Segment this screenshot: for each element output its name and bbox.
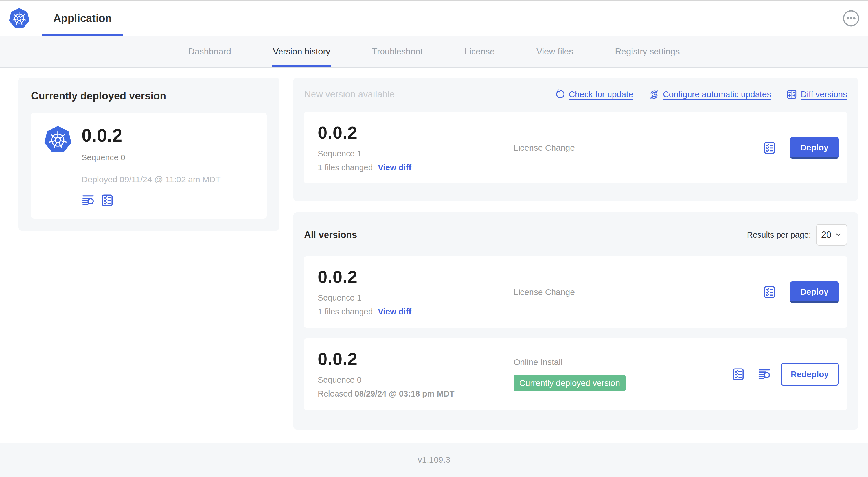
kubernetes-logo-icon (9, 8, 29, 29)
view-diff-link[interactable]: View diff (378, 307, 411, 317)
version-row: 0.0.2 Sequence 0 Released 08/29/24 @ 03:… (304, 338, 847, 410)
view-diff-link[interactable]: View diff (378, 163, 411, 172)
tab-troubleshoot[interactable]: Troubleshoot (372, 36, 423, 67)
version-sequence: Sequence 0 (318, 376, 514, 385)
main-content: Currently deployed version 0.0.2 Sequenc… (0, 68, 868, 443)
released-timestamp: Released 08/29/24 @ 03:18 pm MDT (318, 389, 514, 398)
all-versions-panel: All versions Results per page: 20 0.0.2 … (293, 212, 858, 429)
logs-icon (758, 368, 771, 381)
version-number: 0.0.2 (318, 123, 514, 142)
page-footer: v1.109.3 (0, 443, 868, 477)
tab-view-files[interactable]: View files (536, 36, 573, 67)
version-row: 0.0.2 Sequence 1 1 files changed View di… (304, 256, 847, 328)
deployed-version-card: 0.0.2 Sequence 0 Deployed 09/11/24 @ 11:… (31, 113, 267, 219)
new-version-row: 0.0.2 Sequence 1 1 files changed View di… (304, 112, 847, 183)
chevron-down-icon (835, 231, 842, 239)
tab-version-history[interactable]: Version history (273, 36, 330, 67)
new-version-title: New version available (304, 89, 395, 100)
kubernetes-logo-icon (44, 126, 71, 153)
diff-versions-label: Diff versions (801, 89, 847, 99)
checklist-icon (732, 368, 745, 381)
diff-versions-link[interactable]: Diff versions (787, 89, 847, 99)
view-logs-button[interactable] (82, 194, 95, 207)
view-logs-button[interactable] (758, 368, 771, 381)
results-per-page-value: 20 (821, 230, 832, 240)
configure-automatic-updates-link[interactable]: Configure automatic updates (649, 89, 771, 99)
deployed-timestamp: Deployed 09/11/24 @ 11:02 am MDT (82, 175, 221, 184)
deploy-button[interactable]: Deploy (790, 281, 839, 303)
tab-license[interactable]: License (464, 36, 495, 67)
preflight-checks-button[interactable] (763, 286, 776, 299)
checklist-icon (101, 194, 114, 207)
version-sequence: Sequence 1 (318, 149, 514, 158)
tab-registry-settings[interactable]: Registry settings (615, 36, 680, 67)
logs-icon (82, 194, 95, 207)
checklist-icon (763, 141, 776, 154)
app-tab[interactable]: Application (42, 1, 123, 36)
results-per-page-select[interactable]: 20 (816, 224, 847, 245)
checklist-icon (763, 286, 776, 299)
version-number: 0.0.2 (318, 350, 514, 368)
currently-deployed-panel: Currently deployed version 0.0.2 Sequenc… (18, 78, 279, 231)
version-source: License Change (514, 143, 763, 153)
refresh-icon (555, 89, 565, 99)
redeploy-button[interactable]: Redeploy (781, 363, 839, 386)
version-source: License Change (514, 287, 763, 297)
console-version: v1.109.3 (417, 455, 450, 465)
currently-deployed-title: Currently deployed version (31, 90, 267, 102)
currently-deployed-badge: Currently deployed version (514, 375, 626, 391)
preflight-checks-button[interactable] (101, 194, 114, 207)
configure-automatic-updates-label: Configure automatic updates (663, 89, 771, 99)
preflight-checks-button[interactable] (732, 368, 745, 381)
check-for-update-label: Check for update (568, 89, 633, 99)
diff-icon (787, 89, 797, 99)
deploy-button[interactable]: Deploy (790, 137, 839, 159)
tab-dashboard[interactable]: Dashboard (188, 36, 231, 67)
version-number: 0.0.2 (318, 268, 514, 286)
right-column: New version available Check for update C… (293, 78, 858, 429)
schedule-icon (649, 89, 659, 99)
deployed-version-number: 0.0.2 (82, 126, 221, 145)
overflow-menu-button[interactable] (843, 10, 860, 27)
all-versions-title: All versions (304, 230, 357, 240)
version-sequence: Sequence 1 (318, 293, 514, 303)
files-changed-label: 1 files changed (318, 307, 373, 317)
preflight-checks-button[interactable] (763, 141, 776, 154)
nav-tab-bar: Dashboard Version history Troubleshoot L… (0, 36, 868, 68)
app-title: Application (53, 12, 112, 25)
deployed-sequence: Sequence 0 (82, 153, 221, 162)
app-header: Application (0, 0, 868, 36)
results-per-page-label: Results per page: (747, 230, 811, 240)
check-for-update-link[interactable]: Check for update (555, 89, 633, 99)
new-version-panel: New version available Check for update C… (293, 78, 858, 201)
ellipsis-icon (843, 10, 860, 27)
files-changed-label: 1 files changed (318, 163, 373, 172)
version-source: Online Install (514, 357, 732, 367)
